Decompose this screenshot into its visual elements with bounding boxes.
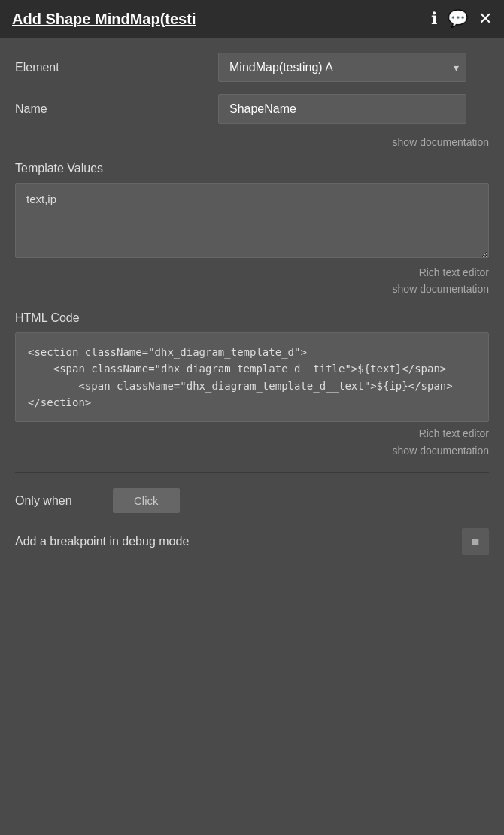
rich-text-editor-label-1[interactable]: Rich text editor	[419, 266, 489, 278]
divider-1	[15, 472, 489, 473]
element-dropdown-wrapper: MindMap(testing) A ▾	[218, 53, 466, 82]
element-label: Element	[15, 61, 218, 74]
name-label: Name	[15, 102, 218, 116]
info-icon[interactable]: ℹ	[431, 9, 437, 29]
show-documentation-2[interactable]: show documentation	[393, 283, 489, 295]
breakpoint-toggle[interactable]: ■	[462, 528, 489, 555]
close-icon[interactable]: ✕	[478, 9, 492, 29]
breakpoint-label: Add a breakpoint in debug mode	[15, 535, 189, 548]
name-input[interactable]	[218, 94, 466, 124]
show-documentation-1[interactable]: show documentation	[15, 136, 489, 148]
rich-text-doc-2: Rich text editor show documentation	[15, 425, 489, 459]
breakpoint-icon: ■	[472, 534, 480, 550]
element-select[interactable]: MindMap(testing) A	[218, 53, 466, 82]
dialog-content: Element MindMap(testing) A ▾ Name show d…	[0, 38, 504, 570]
dialog-header: Add Shape MindMap(testi ℹ 💬 ✕	[0, 0, 504, 38]
show-documentation-3[interactable]: show documentation	[393, 445, 489, 457]
only-when-label: Only when	[15, 494, 113, 508]
comment-icon[interactable]: 💬	[448, 9, 468, 29]
html-code-label: HTML Code	[15, 311, 489, 325]
html-code-editor[interactable]: <section className="dhx_diagram_template…	[15, 332, 489, 423]
template-values-textarea[interactable]: text,ip	[15, 183, 489, 258]
dialog-title: Add Shape MindMap(testi	[12, 11, 196, 28]
element-row: Element MindMap(testing) A ▾	[15, 53, 489, 82]
rich-text-doc-1: Rich text editor show documentation	[15, 264, 489, 298]
breakpoint-row: Add a breakpoint in debug mode ■	[15, 528, 489, 555]
only-when-row: Only when Click	[15, 488, 489, 513]
rich-text-editor-label-2[interactable]: Rich text editor	[419, 427, 489, 439]
header-actions: ℹ 💬 ✕	[431, 9, 492, 29]
name-row: Name	[15, 94, 489, 124]
template-values-label: Template Values	[15, 162, 489, 175]
click-badge[interactable]: Click	[113, 488, 180, 513]
